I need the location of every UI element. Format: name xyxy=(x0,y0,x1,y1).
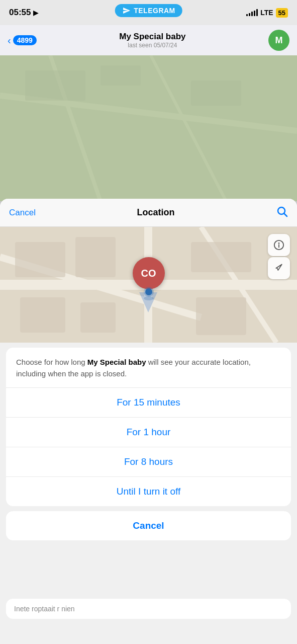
telegram-label: TELEGRAM xyxy=(134,7,175,15)
unread-count-badge: 4899 xyxy=(13,35,37,45)
avatar-initial: M xyxy=(275,35,282,46)
avatar[interactable]: M xyxy=(268,30,289,51)
svg-rect-18 xyxy=(80,302,116,333)
pin-label: CO xyxy=(141,268,156,279)
status-time: 05:55 ▶ xyxy=(9,8,38,18)
search-icon[interactable] xyxy=(276,205,288,220)
background-map xyxy=(0,55,297,201)
signal-bar-5 xyxy=(256,9,258,16)
location-arrow-icon: ▶ xyxy=(33,9,38,17)
location-title: Location xyxy=(137,207,174,218)
time-text: 05:55 xyxy=(9,8,31,18)
mini-map: CO xyxy=(0,227,297,343)
info-button[interactable] xyxy=(268,234,290,256)
svg-line-8 xyxy=(284,213,287,216)
pin-shadow xyxy=(144,296,154,300)
chat-name: My Special baby xyxy=(119,32,185,42)
signal-bar-2 xyxy=(249,13,250,16)
option-15-minutes[interactable]: For 15 minutes xyxy=(6,388,291,418)
svg-rect-6 xyxy=(191,80,241,106)
location-pin: CO xyxy=(133,257,165,300)
option-8-hours-label: For 8 hours xyxy=(124,456,173,467)
signal-bar-4 xyxy=(254,11,255,16)
pin-avatar: CO xyxy=(133,257,165,289)
signal-bar-1 xyxy=(246,14,248,16)
option-until-off-label: Until I turn it off xyxy=(117,486,180,497)
svg-rect-5 xyxy=(101,65,141,86)
svg-rect-14 xyxy=(15,242,65,277)
bottom-sheet: Cancel Location xyxy=(0,199,297,644)
partial-message: Inete roptaait r nien xyxy=(6,599,291,619)
cancel-button[interactable]: Cancel xyxy=(6,511,291,540)
chat-title-area: My Special baby last seen 05/07/24 xyxy=(119,32,185,49)
signal-bar-3 xyxy=(251,12,253,16)
chat-header: ‹ 4899 My Special baby last seen 05/07/2… xyxy=(0,25,297,55)
action-sheet: Choose for how long My Special baby will… xyxy=(6,348,291,506)
option-until-off[interactable]: Until I turn it off xyxy=(6,477,291,506)
lte-indicator: LTE xyxy=(260,9,273,17)
telegram-notification[interactable]: TELEGRAM xyxy=(115,4,182,17)
status-right: LTE 55 xyxy=(246,8,288,18)
signal-bars xyxy=(246,9,258,16)
battery-indicator: 55 xyxy=(276,8,288,18)
map-background xyxy=(0,55,297,201)
svg-rect-17 xyxy=(20,297,65,333)
status-bar: 05:55 ▶ TELEGRAM LTE 55 xyxy=(0,0,297,25)
svg-rect-15 xyxy=(75,237,116,277)
last-seen-status: last seen 05/07/24 xyxy=(119,42,185,49)
contact-name-bold: My Special baby xyxy=(87,358,146,366)
location-arrow-button[interactable] xyxy=(268,257,290,279)
action-description: Choose for how long My Special baby will… xyxy=(6,348,291,388)
svg-rect-19 xyxy=(196,297,246,335)
partial-message-text: Inete roptaait r nien xyxy=(14,605,75,613)
option-8-hours[interactable]: For 8 hours xyxy=(6,447,291,477)
description-prefix: Choose for how long xyxy=(16,358,87,366)
location-header: Cancel Location xyxy=(0,199,297,227)
svg-rect-16 xyxy=(191,242,251,272)
cancel-button-label: Cancel xyxy=(133,520,164,531)
map-controls xyxy=(268,234,290,279)
option-1-hour-label: For 1 hour xyxy=(127,427,171,437)
svg-rect-4 xyxy=(25,70,85,101)
back-chevron-icon: ‹ xyxy=(8,35,11,46)
pin-dot xyxy=(145,288,152,295)
header-cancel-button[interactable]: Cancel xyxy=(9,208,36,218)
option-15-minutes-label: For 15 minutes xyxy=(117,397,180,408)
back-button[interactable]: ‹ 4899 xyxy=(8,35,37,46)
option-1-hour[interactable]: For 1 hour xyxy=(6,418,291,447)
mini-map-background: CO xyxy=(0,227,297,343)
